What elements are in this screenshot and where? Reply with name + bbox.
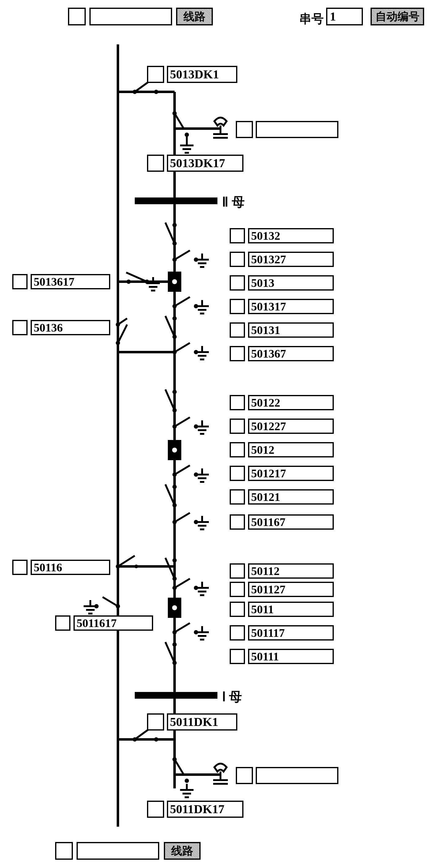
label-5013617: 5013617 (34, 275, 74, 288)
input-501327[interactable]: 501327 (248, 252, 334, 267)
serial-input[interactable]: 1 (326, 8, 363, 25)
label-50111: 50111 (251, 650, 279, 663)
bay-5012 (165, 390, 209, 529)
svg-point-58 (185, 779, 189, 783)
ct-upper-icon (213, 118, 228, 138)
cb-50116[interactable] (12, 560, 28, 575)
cb-501367[interactable] (230, 346, 245, 361)
input-50112[interactable]: 50112 (248, 563, 334, 579)
input-50131[interactable]: 50131 (248, 322, 334, 338)
cb-501327[interactable] (230, 252, 245, 267)
input-50132[interactable]: 50132 (248, 228, 334, 243)
bottom-empty-checkbox[interactable] (55, 842, 73, 860)
input-50121[interactable]: 50121 (248, 489, 334, 504)
bottom-line-button-label: 线路 (171, 843, 193, 859)
label-50131: 50131 (251, 323, 280, 337)
svg-point-54 (154, 737, 158, 742)
cb-50121[interactable] (230, 489, 245, 504)
cb-5013[interactable] (230, 275, 245, 290)
label-501127: 501127 (251, 583, 285, 596)
cb-501227[interactable] (230, 418, 245, 434)
cb-ct-upper[interactable] (236, 121, 253, 138)
cb-5011DK17[interactable] (147, 801, 164, 818)
label-5011DK1: 5011DK1 (170, 715, 218, 729)
input-5013DK17[interactable]: 5013DK17 (167, 155, 244, 172)
cb-50131[interactable] (230, 322, 245, 338)
svg-line-47 (118, 556, 135, 566)
cb-501317[interactable] (230, 299, 245, 314)
input-50116[interactable]: 50116 (31, 560, 110, 575)
cb-501167[interactable] (230, 515, 245, 530)
top-empty-checkbox-1[interactable] (68, 8, 86, 25)
svg-point-39 (116, 341, 120, 345)
svg-point-45 (116, 564, 120, 568)
ground-switch-5013DK17 (173, 111, 193, 153)
bus-ii-label: Ⅱ 母 (222, 195, 245, 209)
top-empty-input-1[interactable] (89, 8, 172, 25)
bus-i-label: Ⅰ 母 (222, 690, 242, 704)
label-5011: 5011 (251, 603, 274, 616)
cb-501217[interactable] (230, 466, 245, 481)
input-501127[interactable]: 501127 (248, 582, 334, 597)
input-501227[interactable]: 501227 (248, 418, 334, 434)
input-5011617[interactable]: 5011617 (73, 615, 153, 631)
cb-50112[interactable] (230, 563, 245, 579)
cb-ct-lower[interactable] (236, 767, 253, 784)
input-5011DK17[interactable]: 5011DK17 (167, 801, 244, 818)
input-501117[interactable]: 501117 (248, 625, 334, 641)
cb-5012[interactable] (230, 442, 245, 458)
input-5013617[interactable]: 5013617 (31, 274, 110, 289)
label-5012: 5012 (251, 443, 274, 456)
input-501217[interactable]: 501217 (248, 466, 334, 481)
svg-point-38 (116, 322, 120, 327)
input-5013DK1[interactable]: 5013DK1 (167, 66, 237, 83)
auto-number-button[interactable]: 自动编号 (371, 8, 424, 25)
cb-501127[interactable] (230, 582, 245, 597)
input-ct-lower[interactable] (256, 767, 338, 784)
top-line-button[interactable]: 线路 (176, 8, 213, 25)
label-501317: 501317 (251, 300, 286, 313)
input-501317[interactable]: 501317 (248, 299, 334, 314)
cb-5013DK17[interactable] (147, 155, 164, 172)
cb-5013617[interactable] (12, 274, 28, 289)
cb-501117[interactable] (230, 625, 245, 641)
input-501167[interactable]: 501167 (248, 515, 334, 530)
auto-number-button-label: 自动编号 (375, 9, 419, 24)
label-5013: 5013 (251, 277, 274, 289)
label-50132: 50132 (251, 229, 280, 242)
cb-5011[interactable] (230, 601, 245, 617)
input-5013[interactable]: 5013 (248, 275, 334, 290)
cb-50122[interactable] (230, 395, 245, 410)
bottom-line-button[interactable]: 线路 (164, 842, 200, 860)
svg-line-30 (175, 113, 184, 129)
label-501117: 501117 (251, 626, 285, 639)
label-501367: 501367 (251, 347, 286, 360)
bus-i (135, 692, 217, 699)
cb-5011617[interactable] (55, 615, 70, 631)
bay-5013 (116, 223, 209, 360)
svg-point-31 (185, 132, 189, 137)
serial-value: 1 (330, 9, 336, 23)
input-501367[interactable]: 501367 (248, 346, 334, 361)
label-50136: 50136 (34, 321, 63, 334)
cb-50136[interactable] (12, 320, 28, 335)
input-50122[interactable]: 50122 (248, 395, 334, 410)
cb-5013DK1[interactable] (147, 66, 164, 83)
label-5011617: 5011617 (76, 617, 117, 629)
svg-line-40 (118, 318, 127, 324)
input-5011[interactable]: 5011 (248, 601, 334, 617)
input-50111[interactable]: 50111 (248, 649, 334, 664)
label-50112: 50112 (251, 565, 280, 578)
cb-50132[interactable] (230, 228, 245, 243)
input-5011DK1[interactable]: 5011DK1 (167, 713, 237, 731)
svg-line-57 (175, 759, 184, 775)
cb-50111[interactable] (230, 649, 245, 664)
svg-point-46 (134, 565, 138, 568)
bottom-empty-input[interactable] (76, 842, 159, 860)
label-501217: 501217 (251, 467, 286, 480)
input-5012[interactable]: 5012 (248, 442, 334, 458)
cb-5011DK1[interactable] (147, 713, 164, 731)
input-50136[interactable]: 50136 (31, 320, 110, 335)
input-ct-upper[interactable] (256, 121, 338, 138)
svg-point-25 (133, 90, 137, 94)
